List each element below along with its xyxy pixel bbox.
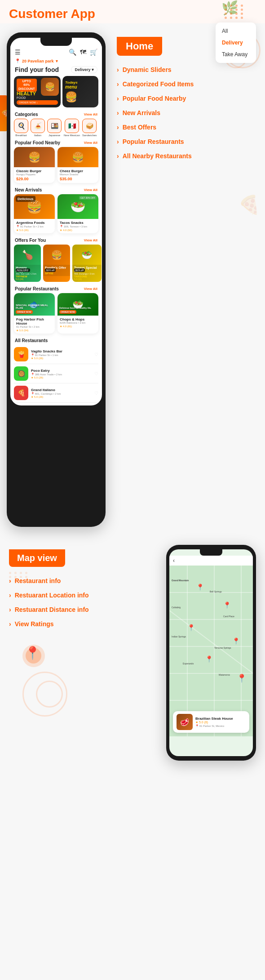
back-icon[interactable]: ‹ (173, 557, 175, 564)
category-sandwiches[interactable]: 🥪 Sandwiches (82, 119, 97, 137)
bottom-spacer (0, 761, 265, 779)
hamburger-icon[interactable]: ☰ (15, 49, 21, 56)
classic-burger-shop: Hungry Puppets (16, 173, 53, 176)
dropdown-all[interactable]: All (216, 25, 256, 37)
map-label-4: Card Place (223, 615, 234, 618)
star-icon: ★ (16, 228, 18, 232)
argentina-info: Argentina Foods 📍 91 Parker St • 2 km ★ … (14, 219, 55, 233)
chevron-icon: › (117, 152, 119, 160)
popular-restaurants-title: Popular Restaurants (15, 286, 59, 291)
classic-burger-card[interactable]: 🍔 Classic Burger Hungry Puppets $29.00 (14, 147, 55, 183)
topays-offer[interactable]: 🥗 $15 off Topays Special Menu 493, Duran… (72, 245, 102, 282)
classic-burger-price: $29.00 (16, 177, 53, 181)
map-pin-1[interactable]: 📍 (196, 584, 204, 591)
all-nearby-label: All Nearby Restaurants (123, 152, 192, 160)
home-menu-new-arrivals[interactable]: › New Arrivals (117, 106, 258, 120)
all-restaurants-title: All Restaurants (15, 338, 48, 343)
dropdown-takeaway[interactable]: Take Away (216, 49, 256, 60)
map-pin-5[interactable]: 📍 (205, 655, 213, 663)
map-pin-deco-icon: 📍 (25, 646, 40, 660)
vagito-name: Vagito Snacks Bar (31, 349, 92, 353)
map-menu-restaurant-info[interactable]: › Restaurant info (9, 574, 157, 588)
grand-favorite-icon[interactable]: ♡ (94, 391, 98, 396)
todays-text: Todays (65, 80, 96, 85)
map-background[interactable]: 📍 📍 📍 📍 📍 📍 Grand Mountain Bell Springs … (169, 566, 253, 736)
phone-screen: ☰ 🔍 🗺 🛒 📍 20 Pavelian park ▾ Find your f… (10, 38, 102, 405)
category-mexican[interactable]: 🇲🇽 New Mexican (64, 119, 80, 137)
offers-row: 🍗 50% OFF Hungry Puppets 302, Sun Luis •… (10, 245, 102, 285)
category-japanese[interactable]: 🍱 Japanese (47, 119, 62, 137)
all-restaurants-header: All Restaurants (10, 336, 102, 345)
new-arrivals-view-all[interactable]: View All (84, 188, 97, 192)
home-menu-all-nearby[interactable]: › All Nearby Restaurants (117, 149, 258, 163)
home-menu-popular-food[interactable]: › Popular Food Nearby (117, 91, 258, 106)
map-card-restaurant-name: Brazilian Steak House (195, 717, 246, 721)
topbar-icons: 🔍 🗺 🛒 (69, 49, 97, 56)
home-menu-best-offers[interactable]: › Best Offers (117, 120, 258, 134)
home-menu-popular-restaurants[interactable]: › Popular Restaurants (117, 134, 258, 149)
popular-food-view-all[interactable]: View All (84, 141, 97, 145)
chevron-icon: › (9, 592, 11, 599)
popular-food-header: Popular Food Nearby View All (10, 138, 102, 147)
chops-hops-image: 🥗 Delicious food for healthy life. ORDER… (57, 293, 98, 316)
search-icon[interactable]: 🔍 (69, 49, 76, 56)
map-info-card[interactable]: 🥩 Brazilian Steak House ★ 5.0 (8) 📍 91 P… (173, 711, 249, 733)
chevron-icon: › (117, 138, 119, 145)
tacos-snacks-card[interactable]: 🥗 GET 30% OFF Tacos Snacks 📍 306, Torreo… (57, 194, 98, 233)
map-menu-view-ratings[interactable]: › View Ratings (9, 617, 157, 631)
map-pin-active[interactable]: 📍 (237, 673, 247, 683)
delivery-badge[interactable]: Delivery ▾ (71, 66, 97, 73)
phone-topbar: ☰ 🔍 🗺 🛒 (10, 46, 102, 58)
dropdown-delivery[interactable]: Delivery (216, 37, 256, 49)
grand-italiano-item[interactable]: 🍕 Grand Italiano 📍 601, Cambrige • 2 km … (14, 383, 98, 403)
categories-view-all[interactable]: View All (84, 112, 97, 116)
offers-view-all[interactable]: View All (84, 238, 97, 242)
secondary-banner[interactable]: Todays menu 🍔 (62, 76, 98, 107)
dynamic-sliders-label: Dynamic Sliders (123, 66, 172, 73)
poco-eatry-item[interactable]: 🥘 Poco Eatry 📍 386 Avon Trade • 2 km ★ 5… (14, 364, 98, 383)
chevron-icon: › (9, 620, 11, 628)
categorized-label: Categorized Food Items (123, 80, 194, 88)
map-card-location: 📍 91 Parker St, Mexico (195, 724, 246, 727)
home-menu-categorized[interactable]: › Categorized Food Items (117, 77, 258, 91)
category-breakfast[interactable]: 🍳 Breakfast (14, 119, 28, 137)
map-menu-distance-info[interactable]: › Restuarant Distance info (9, 602, 157, 617)
popular-restaurants-view-all[interactable]: View All (84, 287, 97, 291)
chevron-icon: › (117, 124, 119, 131)
map-label-5: Indian Springs (172, 635, 186, 638)
fog-harbor-card[interactable]: 🐟 SPACIAL BURGER MEAL PLAN ORDER NOW Fog… (14, 293, 55, 334)
chevron-icon: › (117, 109, 119, 116)
sandwiches-icon: 🥪 (82, 119, 97, 133)
main-layout: 🍕 🍕 ☰ 🔍 🗺 🛒 📍 20 Pavelian park ▾ (0, 23, 265, 536)
grand-logo: 🍕 (14, 386, 28, 400)
map-pin-3[interactable]: 📍 (187, 624, 195, 631)
topays-rating: 5.0 (22) (74, 278, 100, 281)
fog-harbor-info: Fog Harbor Fish House 91 Parker St • 2 k… (14, 316, 55, 334)
vagito-favorite-icon[interactable]: ♡ (94, 352, 98, 357)
map-icon[interactable]: 🗺 (80, 49, 86, 56)
map-pin-2[interactable]: 📍 (223, 601, 231, 609)
grand-name: Grand Italiano (31, 388, 92, 392)
main-banner[interactable]: UPTO60%DISCOUNT 🍔 HEALTY FOOD ORDER NOW … (14, 76, 61, 107)
category-italian[interactable]: 🍝 Italian (31, 119, 45, 137)
fog-harbor-order-btn[interactable]: ORDER NOW (16, 310, 33, 314)
map-pin-4[interactable]: 📍 (232, 637, 240, 645)
japanese-icon: 🍱 (47, 119, 62, 133)
chops-hops-location: 6205 Babicora • 3 km (60, 321, 96, 324)
order-now-button[interactable]: ORDER NOW › (17, 100, 58, 105)
grand-info: Grand Italiano 📍 601, Cambrige • 2 km ★ … (31, 388, 92, 398)
hungry-puppets-offer[interactable]: 🍗 50% OFF Hungry Puppets 302, Sun Luis •… (14, 245, 41, 282)
chops-hops-order-btn[interactable]: ORDER NOW (59, 310, 76, 314)
breakfast-icon: 🍳 (14, 119, 28, 133)
foodies-offer[interactable]: 🍔 $20 off Foodie's Offer App Offer SPY02 (43, 245, 70, 282)
poco-favorite-icon[interactable]: ♡ (94, 371, 98, 376)
chops-hops-card[interactable]: 🥗 Delicious food for healthy life. ORDER… (57, 293, 98, 334)
phone-notch (40, 38, 72, 46)
cheez-burger-card[interactable]: 🍔 Cheez Burger Momun Snacks $35.00 (57, 147, 98, 183)
argentina-foods-card[interactable]: 🍔 Delicious Argentina Foods 📍 91 Parker … (14, 194, 55, 233)
delivery-dropdown[interactable]: All Delivery Take Away (216, 22, 256, 63)
location-text[interactable]: 20 Pavelian park (22, 59, 54, 63)
cart-icon[interactable]: 🛒 (90, 49, 97, 56)
map-menu-location-info[interactable]: › Restuarant Location info (9, 588, 157, 602)
vagito-snacks-item[interactable]: 🍟 Vagito Snacks Bar 📍 91 Parker St • 1 k… (14, 345, 98, 364)
